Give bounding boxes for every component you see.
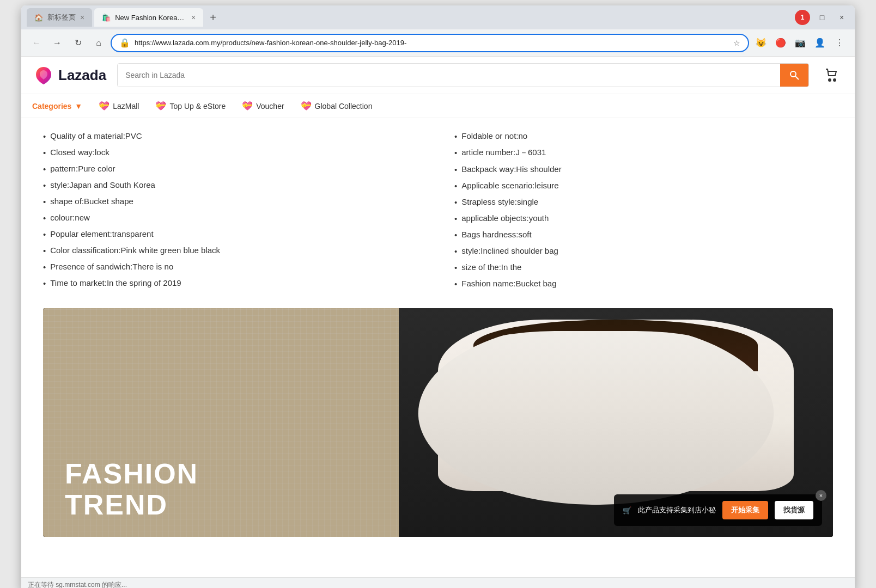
reload-button[interactable]: ↻: [69, 34, 87, 52]
nav-extra-icons: 😺 🔴 📷 👤 ⋮: [752, 34, 848, 52]
nav-bar: ← → ↻ ⌂ 🔒 https://www.lazada.com.my/prod…: [21, 29, 855, 57]
lazada-logo-text: Lazada: [58, 67, 106, 84]
spec-text: colour:new: [50, 213, 90, 222]
bullet: •: [454, 247, 457, 256]
topup-heart-icon: 💝: [155, 101, 166, 111]
spec-text: style:Inclined shoulder bag: [461, 246, 558, 255]
trend-text: TREND: [65, 489, 198, 520]
bullet: •: [454, 263, 457, 272]
spec-text: Bags hardness:soft: [461, 230, 531, 239]
spec-item: • Bags hardness:soft: [454, 230, 833, 240]
nav-global[interactable]: 💝 Global Collection: [301, 101, 373, 111]
nav-categories[interactable]: Categories ▼: [32, 102, 82, 111]
tab-favicon-active: 🛍️: [102, 14, 111, 22]
global-heart-icon: 💝: [301, 101, 312, 111]
spec-text: Foldable or not:no: [461, 131, 527, 140]
hair: [473, 320, 758, 371]
address-bar[interactable]: 🔒 https://www.lazada.com.my/products/new…: [111, 34, 749, 52]
shopping-cart-icon: [824, 67, 840, 83]
window-controls: 1 □ ×: [795, 10, 849, 25]
banner-close-button[interactable]: ×: [816, 490, 826, 501]
banner-secondary-button[interactable]: 找货源: [775, 501, 813, 519]
nav-lazmall[interactable]: 💝 LazMall: [99, 101, 139, 111]
forward-button[interactable]: →: [48, 34, 66, 52]
banner-text: 此产品支持采集到店小秘: [638, 505, 716, 515]
spec-item: • Strapless style:single: [454, 197, 833, 207]
search-bar[interactable]: [117, 63, 809, 87]
bullet: •: [454, 181, 457, 191]
bookmark-icon[interactable]: ☆: [733, 39, 740, 47]
spec-item: • colour:new: [43, 213, 422, 223]
spec-item: • Closed way:lock: [43, 148, 422, 157]
close-button[interactable]: ×: [834, 10, 849, 25]
bullet: •: [454, 148, 457, 157]
tab-bar: 🏠 新标签页 × 🛍️ New Fashion Korean One-Sho..…: [21, 5, 855, 29]
home-button[interactable]: ⌂: [90, 34, 107, 52]
nav-topup[interactable]: 💝 Top Up & eStore: [155, 101, 226, 111]
global-label: Global Collection: [315, 102, 373, 111]
new-tab-button[interactable]: +: [205, 10, 221, 25]
extension-icon-3[interactable]: 📷: [792, 34, 809, 52]
search-input[interactable]: [118, 64, 780, 87]
tab-active[interactable]: 🛍️ New Fashion Korean One-Sho... ×: [94, 8, 203, 27]
svg-point-0: [790, 71, 796, 77]
categories-chevron: ▼: [75, 102, 82, 111]
tab-inactive[interactable]: 🏠 新标签页 ×: [27, 8, 92, 27]
voucher-label: Voucher: [256, 102, 284, 111]
bullet: •: [43, 262, 46, 272]
spec-text: size of the:In the: [461, 262, 521, 272]
spec-text: shape of:Bucket shape: [50, 197, 133, 206]
spec-item: • article number:J－6031: [454, 148, 833, 158]
tab-close-inactive[interactable]: ×: [80, 13, 84, 22]
spec-item: • style:Japan and South Korea: [43, 180, 422, 190]
tab-label-inactive: 新标签页: [47, 13, 76, 22]
spec-text: pattern:Pure color: [50, 164, 115, 173]
bullet: •: [454, 198, 457, 207]
nav-voucher[interactable]: 💝 Voucher: [242, 101, 284, 111]
fashion-text: FASHION: [65, 458, 198, 489]
bag-strap: [720, 379, 722, 465]
url-text: https://www.lazada.com.my/products/new-f…: [135, 39, 729, 47]
tab-close-active[interactable]: ×: [191, 13, 196, 22]
lazada-header: Lazada: [21, 57, 855, 94]
search-icon: [789, 70, 800, 81]
spec-text: Presence of sandwich:There is no: [50, 262, 173, 271]
menu-icon[interactable]: ⋮: [831, 34, 848, 52]
spec-item: • Foldable or not:no: [454, 131, 833, 141]
profile-icon[interactable]: 👤: [811, 34, 829, 52]
lazada-logo[interactable]: Lazada: [32, 64, 106, 87]
bullet: •: [43, 181, 46, 190]
bullet: •: [454, 165, 457, 174]
specs-column-right: • Foldable or not:no • article number:J－…: [454, 131, 833, 295]
spec-item: • Backpack way:His shoulder: [454, 164, 833, 174]
svg-point-3: [834, 79, 836, 81]
lazmall-heart-icon: 💝: [99, 101, 110, 111]
spec-text: style:Japan and South Korea: [50, 180, 155, 189]
extension-icon-1[interactable]: 😺: [752, 34, 770, 52]
specs-column-left: • Quality of a material:PVC • Closed way…: [43, 131, 422, 295]
cart-icon[interactable]: [820, 63, 844, 87]
spec-text: Time to market:In the spring of 2019: [50, 278, 181, 287]
product-image-section: FASHION TREND 🛒 此产品支持采集到店小秘 开始采集 找货源 ×: [21, 308, 855, 548]
svg-line-1: [795, 76, 799, 79]
fashion-trend-text: FASHION TREND: [65, 458, 198, 520]
bullet: •: [43, 279, 46, 288]
bullet: •: [454, 132, 457, 141]
maximize-button[interactable]: □: [814, 10, 830, 25]
bullet: •: [43, 148, 46, 157]
search-button[interactable]: [780, 63, 808, 87]
spec-item: • Applicable scenario:leisure: [454, 181, 833, 191]
banner-primary-button[interactable]: 开始采集: [722, 501, 768, 519]
topup-label: Top Up & eStore: [169, 102, 226, 111]
page-content: Lazada: [21, 57, 855, 577]
extension-icon-2[interactable]: 🔴: [772, 34, 789, 52]
person-silhouette: [438, 320, 794, 491]
floating-banner: 🛒 此产品支持采集到店小秘 开始采集 找货源 ×: [614, 494, 822, 526]
status-bar: 正在等待 sg.mmstat.com 的响应...: [21, 577, 855, 588]
spec-item: • shape of:Bucket shape: [43, 197, 422, 206]
notification-count: 1: [801, 14, 805, 21]
back-button[interactable]: ←: [28, 34, 45, 52]
status-text: 正在等待 sg.mmstat.com 的响应...: [28, 580, 127, 588]
spec-item: • Presence of sandwich:There is no: [43, 262, 422, 272]
notification-button[interactable]: 1: [795, 10, 810, 25]
